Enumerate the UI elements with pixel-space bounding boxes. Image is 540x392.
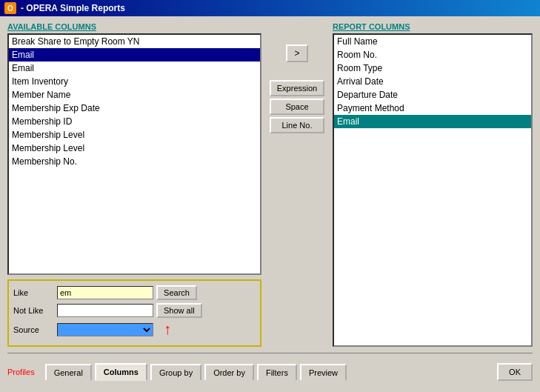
available-columns-label: AVAILABLE COLUMNS [7,22,261,31]
expression-button[interactable]: Expression [270,80,324,96]
list-item[interactable]: Arrival Date [334,75,531,88]
list-item[interactable]: Membership No. [9,155,260,168]
top-area: AVAILABLE COLUMNS Break Share to Empty R… [7,22,533,347]
tab-groupby[interactable]: Group by [150,364,201,380]
available-columns-panel: AVAILABLE COLUMNS Break Share to Empty R… [7,22,261,347]
arrow-indicator: ↑ [164,321,171,338]
source-label: Source [13,325,54,334]
notlike-label: Not Like [13,306,54,315]
list-item[interactable]: Email [9,48,260,62]
profiles-link[interactable]: Profiles [7,368,35,376]
tab-filters[interactable]: Filters [257,364,297,380]
list-item[interactable]: Membership Level [9,142,260,155]
main-content: AVAILABLE COLUMNS Break Share to Empty R… [0,16,540,392]
filter-box: Like Search Not Like Show all Source ↑ [7,279,261,347]
window-title: - OPERA Simple Reports [21,3,536,13]
report-columns-label: REPORT COLUMNS [333,22,533,31]
report-columns-list[interactable]: Full Name Room No. Room Type Arrival Dat… [333,33,533,347]
add-column-button[interactable]: > [286,44,308,62]
app-icon: O [4,2,16,14]
like-input[interactable] [57,286,153,299]
list-item[interactable]: Email [334,115,531,128]
list-item[interactable]: Break Share to Empty Room YN [9,35,260,48]
lineno-button[interactable]: Line No. [270,117,324,133]
list-item[interactable]: Full Name [334,35,531,48]
list-item[interactable]: Payment Method [334,102,531,115]
list-item[interactable]: Departure Date [334,88,531,102]
tab-columns[interactable]: Columns [95,363,147,381]
source-select[interactable] [57,323,153,336]
source-row: Source ↑ [13,321,256,338]
list-item[interactable]: Room No. [334,48,531,62]
available-columns-list[interactable]: Break Share to Empty Room YN Email Email… [7,33,261,275]
report-columns-panel: REPORT COLUMNS Full Name Room No. Room T… [333,22,533,347]
like-row: Like Search [13,285,256,300]
list-item[interactable]: Membership Level [9,128,260,142]
list-item[interactable]: Membership Exp Date [9,102,260,115]
search-button[interactable]: Search [156,285,197,300]
showall-button[interactable]: Show all [156,303,202,318]
title-bar: O - OPERA Simple Reports [0,0,540,16]
ok-button[interactable]: OK [497,363,533,381]
like-label: Like [13,288,54,297]
tab-general[interactable]: General [45,364,92,380]
bottom-tab-bar: Profiles General Columns Group by Order … [7,353,533,386]
tab-orderby[interactable]: Order by [204,364,254,380]
list-item[interactable]: Membership ID [9,115,260,128]
list-item[interactable]: Email [9,62,260,75]
tab-preview[interactable]: Preview [300,364,347,380]
notlike-row: Not Like Show all [13,303,256,318]
list-item[interactable]: Item Inventory [9,75,260,88]
list-item[interactable]: Member Name [9,88,260,102]
space-button[interactable]: Space [270,99,324,115]
middle-buttons-panel: > Expression Space Line No. [267,22,327,347]
notlike-input[interactable] [57,304,153,317]
list-item[interactable]: Room Type [334,62,531,75]
